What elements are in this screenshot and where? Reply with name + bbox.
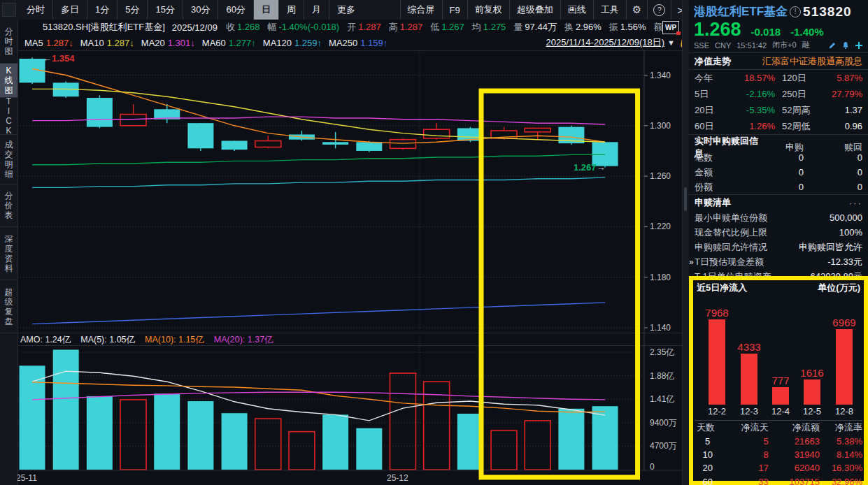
wp-badge[interactable]: WP [662, 21, 679, 34]
volume-axis-label: 4700万 [650, 441, 677, 451]
field-value: 1.267 [441, 22, 464, 32]
volume-bar [154, 393, 180, 470]
performance-row-0: 今年18.57%120日5.87% [689, 70, 868, 86]
sidebar-item-time-chart[interactable]: 分时图 [0, 20, 17, 64]
pcf-row-3: »T日预估现金差额-12.33元 [689, 255, 868, 270]
field-label: 换 [564, 22, 574, 32]
sidebar-item-char: 明 [5, 159, 13, 169]
date-range-label[interactable]: 2025/11/14-2025/12/09(18日) [546, 36, 665, 49]
perf-value: 18.57% [727, 73, 775, 83]
field-高: 高1.287 [389, 21, 423, 34]
sidebar-item-trade-detail[interactable]: 成交明细 [0, 135, 17, 184]
price-ma10-line [32, 89, 605, 142]
flow-cell: 8.14% [821, 449, 864, 460]
tab-week[interactable]: 周 [278, 0, 304, 20]
flow-cell: 5 [722, 436, 769, 447]
candle-body [187, 123, 213, 148]
ma-value: 1.287↓ [107, 38, 134, 48]
sidebar-item-super-replay[interactable]: 超级复盘 [0, 280, 17, 333]
edit-pencil-icon[interactable] [827, 40, 837, 50]
net-inflow-bar-chart: 7968433377716166969 [693, 296, 864, 405]
chevron-down-icon[interactable]: ▼ [667, 38, 675, 47]
sidebar-item-tick[interactable]: TICK [0, 98, 17, 135]
net-inflow-dates: 12-212-312-412-512-8 [693, 405, 864, 420]
flow-bar [709, 319, 725, 405]
tab-15min[interactable]: 15分 [147, 0, 182, 20]
ma-item-ma60: MA601.277↑ [202, 38, 256, 48]
collapse-arrow-icon[interactable]: » [689, 257, 694, 267]
tab-timeshare[interactable]: 分时 [19, 0, 52, 20]
perf-value: -5.35% [727, 105, 775, 115]
pcf-row-2: 申购赎回允许情况申购赎回皆允许 [689, 240, 868, 254]
rt-redeem-value: 0 [804, 167, 862, 178]
tab-30min[interactable]: 30分 [183, 0, 218, 20]
info-circle-icon[interactable]: ! [790, 6, 801, 17]
x-axis-label: 25-11 [17, 473, 37, 483]
more-ellipsis[interactable]: ··· [849, 198, 862, 208]
super-overlay-button[interactable]: 超级叠加 [509, 0, 560, 20]
sidebar-item-char: 盘 [5, 317, 13, 326]
performance-row-1: 5日-2.16%250日27.79% [689, 86, 868, 102]
perf-label: 5日 [695, 88, 727, 101]
f9-button[interactable]: F9 [442, 0, 467, 20]
ma-label: MA250 [329, 38, 357, 48]
sidebar-item-depth-info[interactable]: 深度资料 [0, 227, 17, 280]
volume-axis-label: 2.35亿 [650, 347, 674, 357]
help-icon[interactable]: ? [647, 0, 671, 20]
field-value: 1.287 [400, 22, 423, 32]
quote-fields: 收1.268幅-1.40%(-0.018)开1.287高1.287低1.267均… [226, 21, 673, 34]
field-value: 2.96% [576, 22, 602, 32]
gear-icon[interactable]: ⚙ [626, 0, 647, 20]
sidebar-item-char: 交 [5, 150, 13, 159]
sidebar-item-char: 成 [5, 140, 13, 150]
price-change-pct: -1.40% [790, 26, 824, 38]
tab-multiday[interactable]: 多日 [52, 0, 87, 20]
sidebar-item-char: C [6, 116, 12, 126]
field-value: 1.56% [620, 22, 646, 32]
add-plus-icon[interactable] [853, 40, 864, 50]
splitter-handle[interactable] [684, 187, 687, 211]
date-label: 2025/12/09 [172, 22, 218, 33]
sidebar-item-price-table[interactable]: 分价表 [0, 184, 17, 227]
perf-label: 120日 [775, 72, 814, 85]
price-ma20-line [32, 117, 605, 124]
field-label: 开 [347, 22, 356, 32]
alert-bell-icon[interactable] [840, 40, 851, 50]
flow-cell: 62040 [770, 463, 821, 473]
sidebar-item-kline-chart[interactable]: K线图 [0, 64, 17, 98]
field-label: 幅 [267, 22, 276, 32]
pcf-value: -12.33元 [827, 256, 862, 268]
ma-label: MA20 [141, 38, 165, 48]
field-label: 均 [472, 22, 481, 32]
tab-60min[interactable]: 60分 [218, 0, 252, 20]
tools-button[interactable]: 工具 [593, 0, 626, 20]
date-range-selector[interactable]: 2025/11/14-2025/12/09(18日) ▼ [546, 36, 690, 49]
volume-bar [592, 406, 618, 470]
nav-trend-label[interactable]: 净值走势 [695, 55, 731, 68]
flow-cell: 5.38% [821, 436, 864, 447]
field-value: 1.268 [237, 22, 260, 32]
flow-col-header: 净流天 [722, 421, 769, 434]
window-icon[interactable] [2, 3, 16, 17]
tab-more[interactable]: 更多 [329, 0, 363, 20]
volume-bar [187, 401, 213, 470]
kline-volume-chart: 1.3401.3001.2601.2201.1801.1402.35亿1.88亿… [17, 50, 689, 485]
composite-screen-button[interactable]: 综合屏 [400, 0, 442, 20]
tab-month[interactable]: 月 [304, 0, 329, 20]
tab-day[interactable]: 日 [253, 0, 278, 20]
perf-value: 0.96 [814, 121, 862, 131]
flow-bar-value: 4333 [731, 341, 767, 353]
currency-label: CNY [715, 41, 731, 50]
tab-1min[interactable]: 1分 [87, 0, 117, 20]
forward-adjust-button[interactable]: 前复权 [467, 0, 509, 20]
pcf-value: 100% [839, 227, 862, 238]
draw-line-button[interactable]: 画线 [560, 0, 593, 20]
nav-trend-row[interactable]: 净值走势 汇添富中证港股通高股息 [689, 53, 868, 70]
flow-bar [836, 329, 853, 405]
candle-body [322, 142, 348, 145]
sidebar-item-char: 复 [5, 307, 13, 317]
sidebar-item-char: 细 [5, 169, 13, 179]
performance-table: 今年18.57%120日5.87%5日-2.16%250日27.79%20日-5… [689, 70, 868, 134]
tab-5min[interactable]: 5分 [117, 0, 147, 20]
flow-cell: 103715 [770, 477, 821, 485]
